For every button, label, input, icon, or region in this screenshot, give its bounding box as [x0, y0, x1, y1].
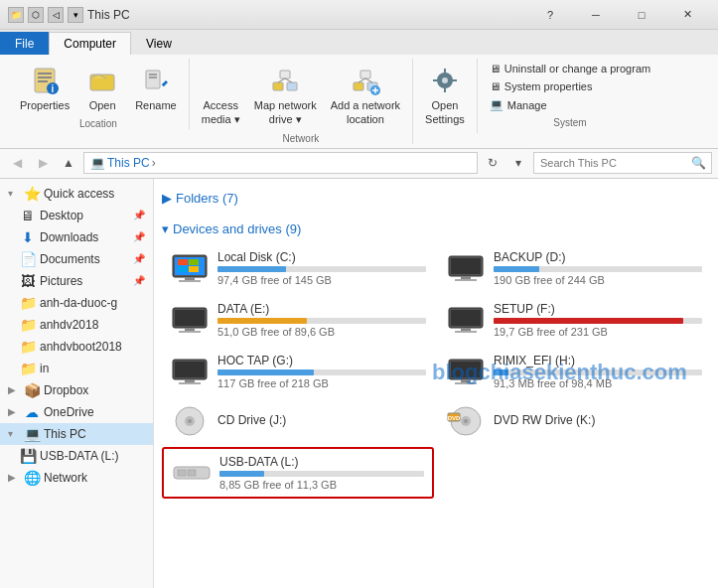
drive-item-data-e[interactable]: DATA (E:) 51,0 GB free of 89,6 GB	[162, 296, 434, 344]
svg-rect-60	[455, 382, 477, 384]
sidebar-item-anhdvboot[interactable]: 📁 anhdvboot2018	[0, 336, 153, 358]
open-button[interactable]: Open	[77, 61, 127, 116]
tab-computer[interactable]: Computer	[49, 32, 131, 55]
sidebar-item-usb[interactable]: 💾 USB-DATA (L:)	[0, 445, 153, 467]
svg-line-18	[285, 78, 292, 82]
back-button[interactable]: ◀	[6, 152, 28, 174]
drives-section: ▾ Devices and drives (9) Local Disk (C:)	[162, 218, 710, 499]
address-path[interactable]: 💻 This PC ›	[83, 152, 478, 174]
open-settings-icon	[429, 65, 461, 96]
sidebar-item-anhdv2018[interactable]: 📁 anhdv2018	[0, 314, 153, 336]
onedrive-icon: ☁	[24, 404, 40, 420]
sidebar-item-thispc[interactable]: ▾ 💻 This PC	[0, 423, 153, 445]
drive-bar-rimix-h	[494, 369, 508, 375]
drive-bar-data-e	[217, 318, 307, 324]
drive-item-rimix-h[interactable]: RIMIX_EFI (H:) 91,3 MB free of 98,4 MB	[438, 348, 710, 395]
documents-icon: 📄	[20, 251, 36, 267]
drive-item-usb-l[interactable]: USB-DATA (L:) 8,85 GB free of 11,3 GB	[162, 447, 434, 499]
desktop-pin: 📌	[133, 210, 145, 220]
search-input[interactable]	[533, 152, 712, 174]
svg-rect-40	[189, 266, 199, 272]
drive-free-usb-l: 8,85 GB free of 11,3 GB	[219, 479, 424, 491]
add-network-button[interactable]: Add a networklocation	[325, 61, 406, 131]
uninstall-button[interactable]: 🖥 Uninstall or change a program	[484, 61, 656, 76]
dropdown-button[interactable]: ▾	[507, 152, 529, 174]
anh-label: anh-da-duoc-g	[40, 296, 145, 310]
folders-header[interactable]: ▶ Folders (7)	[162, 187, 710, 210]
svg-rect-71	[188, 470, 196, 476]
path-separator: ›	[152, 156, 156, 170]
sidebar-item-dropbox[interactable]: ▶ 📦 Dropbox	[0, 379, 153, 401]
sidebar-item-desktop[interactable]: 🖥 Desktop 📌	[0, 205, 153, 226]
title-bar: 📁 ⬡ ◁ ▾ This PC ? ─ □ ✕	[0, 0, 718, 30]
drive-bar-bg-backup-d	[494, 266, 702, 272]
help-button[interactable]: ?	[527, 0, 573, 30]
access-media-label: Accessmedia ▾	[202, 98, 240, 127]
ribbon-group-network: Accessmedia ▾ Map networkdrive ▾	[190, 59, 413, 144]
up-button[interactable]: ▲	[58, 152, 79, 174]
drive-item-local-c[interactable]: Local Disk (C:) 97,4 GB free of 145 GB	[162, 244, 434, 292]
drive-item-cd-j[interactable]: CD Drive (J:)	[162, 399, 434, 443]
tab-file[interactable]: File	[0, 32, 49, 55]
sidebar-item-onedrive[interactable]: ▶ ☁ OneDrive	[0, 401, 153, 423]
refresh-button[interactable]: ↻	[482, 152, 503, 174]
minimize-button[interactable]: ─	[573, 0, 619, 30]
onedrive-expand: ▶	[8, 406, 20, 417]
ribbon-group-settings: OpenSettings	[413, 59, 478, 133]
drive-icon-setup-f	[446, 304, 486, 336]
drive-free-local-c: 97,4 GB free of 145 GB	[217, 274, 426, 286]
drive-item-backup-d[interactable]: BACKUP (D:) 190 GB free of 244 GB	[438, 244, 710, 292]
anhdv2018-icon: 📁	[20, 317, 36, 333]
desktop-label: Desktop	[40, 209, 127, 222]
svg-rect-54	[175, 362, 205, 377]
sidebar-item-anh[interactable]: 📁 anh-da-duoc-g	[0, 292, 153, 314]
drive-info-local-c: Local Disk (C:) 97,4 GB free of 145 GB	[217, 250, 426, 286]
sidebar-item-pictures[interactable]: 🖼 Pictures 📌	[0, 270, 153, 292]
drive-name-setup-f: SETUP (F:)	[494, 302, 702, 316]
properties-button[interactable]: i Properties	[14, 61, 75, 116]
svg-rect-32	[452, 79, 457, 81]
properties-label: Properties	[20, 98, 70, 112]
svg-rect-59	[461, 379, 471, 382]
svg-rect-44	[455, 279, 477, 281]
svg-rect-58	[451, 362, 481, 377]
drive-free-setup-f: 19,7 GB free of 231 GB	[494, 326, 702, 338]
network-expand: ▶	[8, 472, 20, 483]
maximize-button[interactable]: □	[619, 0, 664, 30]
title-bar-left: 📁 ⬡ ◁ ▾ This PC	[8, 7, 130, 23]
drive-item-hoc-tap-g[interactable]: HOC TAP (G:) 117 GB free of 218 GB	[162, 348, 434, 395]
sidebar-quick-access[interactable]: ▾ ⭐ Quick access	[0, 183, 153, 205]
drive-item-dvd-k[interactable]: DVD DVD RW Drive (K:)	[438, 399, 710, 443]
sidebar-item-downloads[interactable]: ⬇ Downloads 📌	[0, 226, 153, 248]
open-icon	[86, 65, 118, 96]
map-network-button[interactable]: Map networkdrive ▾	[248, 61, 323, 131]
dropbox-icon: 📦	[24, 382, 40, 398]
add-network-label: Add a networklocation	[331, 98, 400, 127]
tab-view[interactable]: View	[131, 32, 187, 55]
drives-header[interactable]: ▾ Devices and drives (9)	[162, 218, 710, 240]
location-group-label: Location	[79, 118, 117, 129]
manage-button[interactable]: 💻 Manage	[484, 96, 553, 113]
sidebar-item-documents[interactable]: 📄 Documents 📌	[0, 248, 153, 270]
close-button[interactable]: ✕	[664, 0, 710, 30]
drive-free-data-e: 51,0 GB free of 89,6 GB	[217, 326, 426, 338]
system-properties-button[interactable]: 🖥 System properties	[484, 78, 599, 94]
sidebar-item-network[interactable]: ▶ 🌐 Network	[0, 467, 153, 489]
drive-item-setup-f[interactable]: SETUP (F:) 19,7 GB free of 231 GB	[438, 296, 710, 344]
ribbon-group-settings-items: OpenSettings	[419, 59, 471, 131]
drive-name-usb-l: USB-DATA (L:)	[219, 455, 424, 469]
open-settings-button[interactable]: OpenSettings	[419, 61, 471, 131]
drive-bar-local-c	[217, 266, 286, 272]
svg-point-28	[442, 77, 448, 83]
quick-access-icon: ⬡	[28, 7, 44, 23]
drive-bar-bg-data-e	[217, 318, 426, 324]
forward-button[interactable]: ▶	[32, 152, 54, 174]
svg-line-17	[278, 78, 285, 82]
path-this-pc[interactable]: This PC	[107, 156, 150, 170]
sidebar: ▾ ⭐ Quick access 🖥 Desktop 📌 ⬇ Downloads…	[0, 179, 154, 588]
rename-button[interactable]: Rename	[129, 61, 183, 116]
rename-label: Rename	[135, 98, 177, 112]
sidebar-item-in[interactable]: 📁 in	[0, 358, 153, 379]
access-media-button[interactable]: Accessmedia ▾	[196, 61, 246, 131]
network-group-label: Network	[283, 133, 320, 144]
